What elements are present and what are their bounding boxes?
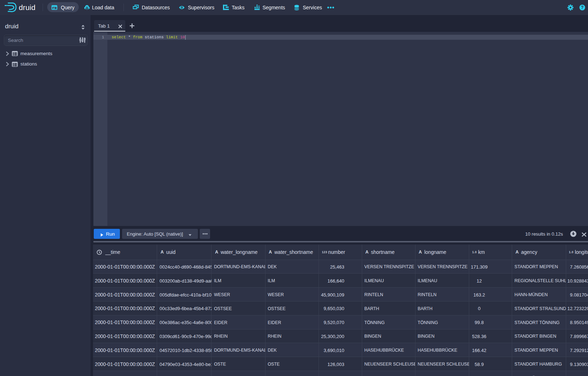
svg-text:?: ? xyxy=(581,5,583,10)
